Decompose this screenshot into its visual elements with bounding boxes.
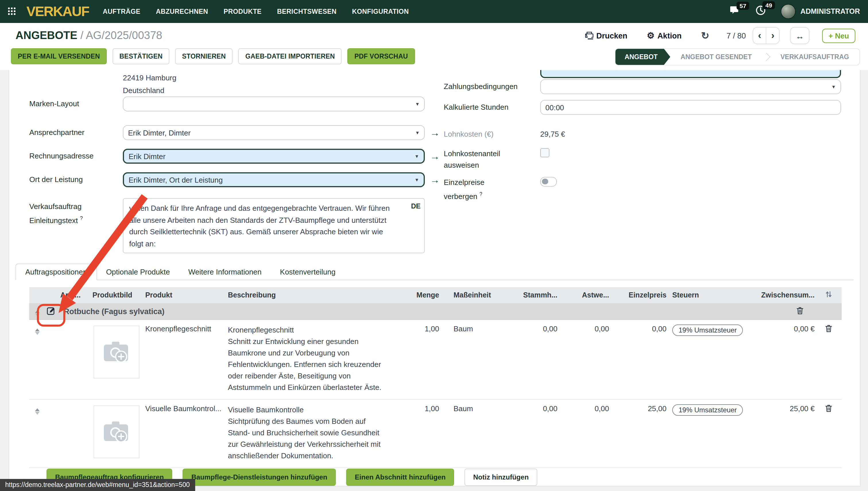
einleitungstext-textarea[interactable]: vielen Dank für Ihre Anfrage und das ent… xyxy=(123,198,425,253)
cell-beschreibung[interactable]: Visuelle Baumkontrolle Sichtprüfung des … xyxy=(226,404,409,462)
header-beschreibung[interactable]: Beschreibung xyxy=(226,291,409,299)
rechnungsadresse-internal-link-icon[interactable]: → xyxy=(430,151,440,163)
status-step-verkaufsauftrag[interactable]: VERKAUFSAUFTRAG xyxy=(770,53,859,60)
tab-auftragspositionen[interactable]: Auftragspositionen xyxy=(16,264,97,280)
form-sheet: 22419 Hamburg Deutschland Marken-Layout … xyxy=(9,70,861,486)
print-button[interactable]: Drucken xyxy=(585,31,627,40)
zahlungsbedingungen-select[interactable]: ▼ xyxy=(540,79,841,94)
delete-row-icon[interactable] xyxy=(825,324,832,333)
menu-berichtswesen[interactable]: BERICHTSWESEN xyxy=(277,8,336,15)
apps-menu-icon[interactable] xyxy=(8,7,16,16)
lohnkostenanteil-checkbox[interactable] xyxy=(540,148,549,157)
cell-produkt[interactable]: Kronenpflegeschnitt xyxy=(143,324,226,333)
cell-beschreibung[interactable]: Kronenpflegeschnitt Schnitt zur Entwickl… xyxy=(226,324,409,394)
header-produkt[interactable]: Produkt xyxy=(143,291,226,299)
cell-steuern[interactable]: 19% Umsatzsteuer xyxy=(669,404,754,416)
section-row[interactable]: Rotbuche (Fagus sylvatica) xyxy=(29,303,842,320)
link-preview-statusbar: https://demo.treelax-partner.de/web#menu… xyxy=(0,479,195,491)
send-email-button[interactable]: PER E-MAIL VERSENDEN xyxy=(11,48,107,64)
cell-stammh[interactable]: 0,00 xyxy=(499,324,560,333)
header-art[interactable]: Art. ... xyxy=(44,291,92,299)
pdf-preview-button[interactable]: PDF VORSCHAU xyxy=(348,48,415,64)
tax-badge[interactable]: 19% Umsatzsteuer xyxy=(672,324,743,336)
delete-section-icon[interactable] xyxy=(796,307,804,314)
pager-next-button[interactable]: › xyxy=(767,28,779,44)
user-name[interactable]: ADMINISTRATOR xyxy=(801,7,860,16)
ansprechpartner-label: Ansprechpartner xyxy=(29,127,84,138)
menu-produkte[interactable]: PRODUKTE xyxy=(223,8,262,15)
menu-auftraege[interactable]: AUFTRÄGE xyxy=(103,8,140,15)
language-badge[interactable]: DE xyxy=(411,202,420,210)
status-step-angebot[interactable]: ANGEBOT xyxy=(616,49,670,65)
column-settings-icon[interactable] xyxy=(825,291,832,298)
cell-masseinheit[interactable]: Baum xyxy=(439,324,499,333)
cell-masseinheit[interactable]: Baum xyxy=(439,404,499,413)
activities-button[interactable]: 49 xyxy=(756,5,766,18)
marken-layout-select[interactable]: ▼ xyxy=(123,96,425,111)
header-einzelpreis[interactable]: Einzelpreis xyxy=(611,291,669,299)
tab-optionale-produkte[interactable]: Optionale Produkte xyxy=(97,264,179,280)
new-record-button[interactable]: + Neu xyxy=(822,28,856,43)
cell-astwe[interactable]: 0,00 xyxy=(560,324,611,333)
ort-der-leistung-label: Ort der Leistung xyxy=(29,174,83,185)
drag-handle-icon[interactable] xyxy=(35,326,40,335)
header-masseinheit[interactable]: Maßeinheit xyxy=(439,291,499,299)
printer-icon xyxy=(585,32,593,40)
confirm-button[interactable]: BESTÄTIGEN xyxy=(113,48,169,64)
camera-plus-icon xyxy=(103,419,130,444)
ansprechpartner-internal-link-icon[interactable]: → xyxy=(430,127,440,139)
drag-handle-icon[interactable] xyxy=(35,308,40,316)
ansprechpartner-select[interactable]: Erik Dimter, Dimter▼ xyxy=(123,125,425,140)
cell-astwe[interactable]: 0,00 xyxy=(560,404,611,413)
customer-field-partial[interactable] xyxy=(540,70,841,78)
user-avatar[interactable] xyxy=(781,4,796,19)
app-logo[interactable]: VERKAUF xyxy=(26,3,89,20)
cell-einzelpreis[interactable]: 25,00 xyxy=(611,404,669,413)
header-astwe[interactable]: Astwe... xyxy=(560,291,611,299)
edit-section-icon[interactable] xyxy=(47,306,56,315)
tab-kostenverteilung[interactable]: Kostenverteilung xyxy=(271,264,345,280)
cancel-button[interactable]: STORNIEREN xyxy=(175,48,233,64)
ort-der-leistung-internal-link-icon[interactable]: → xyxy=(430,175,440,186)
header-steuern[interactable]: Steuern xyxy=(669,291,754,299)
cell-steuern[interactable]: 19% Umsatzsteuer xyxy=(669,324,754,336)
menu-abzurechnen[interactable]: ABZURECHNEN xyxy=(156,8,208,15)
drag-handle-icon[interactable] xyxy=(35,406,40,415)
action-menu-button[interactable]: ⚙ Aktion xyxy=(647,30,682,41)
header-zwischensumme[interactable]: Zwischensum... xyxy=(754,291,816,299)
add-section-button[interactable]: Einen Abschnitt hinzufügen xyxy=(346,469,454,486)
help-icon[interactable]: ? xyxy=(479,191,482,197)
header-produktbild[interactable]: Produktbild xyxy=(92,291,143,299)
breadcrumb-section[interactable]: ANGEBOTE xyxy=(16,29,77,41)
product-image-placeholder[interactable] xyxy=(94,326,140,378)
table-row[interactable]: Kronenpflegeschnitt Kronenpflegeschnitt … xyxy=(29,320,842,400)
cell-menge[interactable]: 1,00 xyxy=(409,324,439,333)
app-window: VERKAUF AUFTRÄGE ABZURECHNEN PRODUKTE BE… xyxy=(0,0,868,491)
header-menge[interactable]: Menge xyxy=(409,291,439,299)
rechnungsadresse-select[interactable]: Erik Dimter▼ xyxy=(123,149,425,164)
refresh-icon[interactable]: ↻ xyxy=(701,30,709,41)
add-note-button[interactable]: Notiz hinzufügen xyxy=(465,469,537,486)
cell-produkt[interactable]: Visuelle Baumkontrol... xyxy=(143,404,226,413)
pager-previous-button[interactable]: ‹ xyxy=(753,28,767,44)
add-baumpflege-services-button[interactable]: Baumpflege-Dienstleistungen hinzufügen xyxy=(183,469,336,486)
table-row[interactable]: Visuelle Baumkontrol... Visuelle Baumkon… xyxy=(29,400,842,468)
einzelpreise-toggle[interactable] xyxy=(540,177,557,186)
cell-menge[interactable]: 1,00 xyxy=(409,404,439,413)
gaeb-import-button[interactable]: GAEB-DATEI IMPORTIEREN xyxy=(239,48,342,64)
help-icon[interactable]: ? xyxy=(80,215,83,221)
product-image-placeholder[interactable] xyxy=(94,405,140,458)
kalkulierte-stunden-input[interactable] xyxy=(540,100,841,115)
menu-konfiguration[interactable]: KONFIGURATION xyxy=(352,8,409,15)
resize-view-button[interactable]: ↔ xyxy=(790,27,809,44)
cell-einzelpreis[interactable]: 0,00 xyxy=(611,324,669,333)
messages-button[interactable]: 57 xyxy=(730,6,741,17)
tax-badge[interactable]: 19% Umsatzsteuer xyxy=(672,404,743,416)
ort-der-leistung-select[interactable]: Erik Dimter, Ort der Leistung▼ xyxy=(123,172,425,187)
lohnkosten-label: Lohnkosten (€) xyxy=(444,128,493,140)
delete-row-icon[interactable] xyxy=(825,404,832,412)
cell-stammh[interactable]: 0,00 xyxy=(499,404,560,413)
tab-weitere-informationen[interactable]: Weitere Informationen xyxy=(179,264,271,280)
header-stammh[interactable]: Stammh... xyxy=(499,291,560,299)
status-step-angebot-gesendet[interactable]: ANGEBOT GESENDET xyxy=(670,53,762,60)
